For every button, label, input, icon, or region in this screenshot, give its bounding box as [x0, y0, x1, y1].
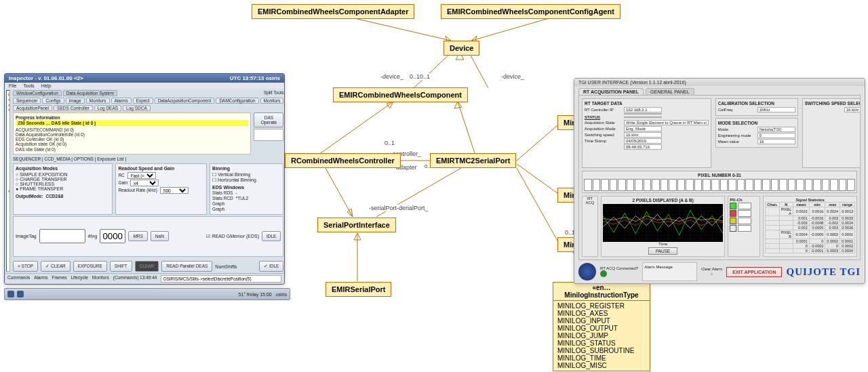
tree-item[interactable]: F2Wheel	[8, 127, 10, 132]
pixel-cell-22[interactable]	[771, 179, 779, 191]
sequencer-row[interactable]: SEQUENCER | CCD_MEDIA | OPTIONS | Exposu…	[13, 156, 283, 162]
menu-help[interactable]: Help	[41, 83, 51, 88]
pixel-cell-26[interactable]	[805, 179, 813, 191]
nan-button[interactable]: NaN	[151, 231, 169, 241]
pixel-cell-12[interactable]	[686, 179, 694, 191]
pixel-cell-9[interactable]	[660, 179, 669, 191]
tree-panel[interactable]: GCS::EMIR::DASMot_AMot_BOSIRISMasksMCSF1…	[6, 90, 10, 272]
pixel-cell-11[interactable]	[677, 179, 686, 191]
tree-item[interactable]: MCS	[8, 117, 10, 122]
pixel-cell-16[interactable]	[720, 179, 728, 191]
tree-item[interactable]: Masks	[8, 112, 10, 117]
pixel-cell-6[interactable]	[635, 179, 643, 191]
readout-select[interactable]: 500	[160, 187, 189, 194]
tree-item[interactable]: F3Wheel	[8, 133, 10, 138]
imagetag-input[interactable]	[39, 229, 85, 243]
read-gmem-check[interactable]: READ GMemor (EDS)	[206, 234, 259, 239]
mode-radio[interactable]: SHUTTERLESS	[16, 182, 110, 186]
footertab-monitors[interactable]: Monitors	[92, 275, 109, 283]
mode-radio[interactable]: CHARGE TRANSFER	[16, 177, 110, 182]
mrs-button[interactable]: MRS	[128, 231, 147, 241]
pixel-cell-1[interactable]	[593, 179, 601, 191]
sub-tab-5[interactable]: Expect	[133, 98, 153, 104]
pd-input[interactable]	[738, 203, 751, 209]
pixel-cell-24[interactable]	[788, 179, 796, 191]
tree-item[interactable]: currentExposureTime	[8, 254, 10, 259]
exposure-button[interactable]: EXPOSURE	[73, 261, 107, 272]
tree-item[interactable]: currentEDDSControllerStatus	[8, 244, 10, 249]
stop-button[interactable]: × STOP	[13, 261, 38, 272]
sub-tab-3[interactable]: Monitors	[86, 98, 110, 104]
pixel-cell-23[interactable]	[779, 179, 787, 191]
sub-tab-0[interactable]: Sequencer	[13, 98, 41, 104]
tree-item[interactable]: LASGlobalMonitor	[8, 168, 10, 173]
idle2-button[interactable]: ✓ IDLE	[259, 261, 283, 272]
main-tab-0[interactable]: WindowConfiguration	[13, 90, 62, 96]
main-tab-1[interactable]: Data Acquisition System	[63, 90, 117, 96]
pixel-cell-5[interactable]	[627, 179, 635, 191]
footertab-commands[interactable]: Commands	[7, 275, 30, 283]
idle-button[interactable]: IDLE	[262, 231, 281, 241]
mode-radio[interactable]: SIMPLE EXPOSITION	[16, 172, 110, 177]
tree-item[interactable]: isDetectorControllerIdle	[8, 209, 10, 213]
sub-tab-7[interactable]: DAMConfiguration	[216, 98, 258, 104]
readout-select[interactable]: Fast (<1 us)	[127, 172, 156, 179]
hbin-check[interactable]: Horizontal Binning	[212, 178, 281, 183]
tree-item[interactable]: LrSharedConfig	[8, 183, 10, 188]
shift-button[interactable]: SHIFT	[110, 261, 132, 272]
speed-value[interactable]: 16 kHz	[844, 107, 861, 112]
tree-item[interactable]: Shutter	[8, 163, 10, 168]
pixel-cell-21[interactable]	[762, 179, 770, 191]
pixel-cell-20[interactable]	[754, 179, 762, 191]
pixel-cell-15[interactable]	[711, 179, 719, 191]
tree-item[interactable]: currentNumberOfImages	[8, 264, 10, 269]
pixel-cell-18[interactable]	[737, 179, 745, 191]
readout-select[interactable]: x4	[130, 180, 159, 186]
pixel-cell-13[interactable]	[694, 179, 703, 191]
footertab-frames[interactable]: Frames	[52, 275, 66, 283]
pause-button[interactable]: PAUSE	[648, 247, 678, 255]
menu-file[interactable]: File	[9, 83, 16, 88]
panel-tab-0[interactable]: AcquisitionPanel	[13, 105, 52, 111]
pixel-cell-27[interactable]	[813, 179, 821, 191]
tree-item[interactable]: F1Wheel	[8, 123, 10, 127]
footertab-lifecycle[interactable]: Lifecycle	[71, 275, 88, 283]
tree-item[interactable]: isReadMode	[8, 203, 10, 208]
tree-item[interactable]: Collimator	[8, 158, 10, 163]
clear-button[interactable]: ✓ CLEAR	[41, 261, 70, 272]
sub-tab-4[interactable]: Alarms	[111, 98, 132, 104]
pixel-cell-31[interactable]	[847, 179, 855, 191]
tree-item[interactable]: Focus	[8, 153, 10, 158]
lower-btn[interactable]: READ Parallel DEAS	[161, 261, 212, 272]
panel-tab-3[interactable]: Log SDCA	[123, 105, 151, 111]
pixel-cell-29[interactable]	[830, 179, 838, 191]
pixel-cell-3[interactable]	[610, 179, 618, 191]
panel-tab-1[interactable]: SEDS Controller	[54, 105, 93, 111]
inspector-title-bar[interactable]: Inspector - v. 01.06.01.00 <2> UTC 13:57…	[5, 74, 284, 83]
tree-item[interactable]: currentBrameBinning	[8, 269, 10, 272]
pixel-cell-2[interactable]	[601, 179, 609, 191]
taskbar[interactable]: 51° friday 15:00 osiris	[4, 288, 290, 300]
task-icon[interactable]	[17, 291, 24, 297]
calfreq-value[interactable]: 1MHz	[757, 107, 795, 112]
tree-item[interactable]: currentNumberOfWindows	[8, 259, 10, 264]
start-icon[interactable]	[7, 291, 14, 297]
split-tools[interactable]: Split Tools	[264, 90, 284, 96]
sub-tab-8[interactable]: Monitors	[260, 98, 284, 104]
pd-input[interactable]	[738, 210, 751, 217]
tree-item[interactable]: currentReadoutSpeed	[8, 239, 10, 244]
mode-value[interactable]: Nebula(TGI)	[757, 127, 795, 132]
pixel-cell-4[interactable]	[618, 179, 626, 191]
pixel-cell-25[interactable]	[796, 179, 804, 191]
footertab-alarms[interactable]: Alarms	[34, 275, 47, 283]
tree-item[interactable]: Tunable Filters Red	[8, 148, 10, 152]
tab-general[interactable]: GENERAL PANEL	[646, 88, 694, 95]
clear2-button[interactable]: CLEAR	[135, 261, 159, 272]
exit-button[interactable]: EXIT APPLICATION	[726, 267, 782, 277]
tree-item[interactable]: Grisms	[8, 138, 10, 142]
pixel-cell-10[interactable]	[669, 179, 677, 191]
clear-alarm-button[interactable]: ○	[709, 271, 715, 276]
menu-tools[interactable]: Tools	[23, 83, 34, 88]
panel-tab-2[interactable]: Log DEAS	[94, 105, 121, 111]
pixel-cell-7[interactable]	[644, 179, 652, 191]
